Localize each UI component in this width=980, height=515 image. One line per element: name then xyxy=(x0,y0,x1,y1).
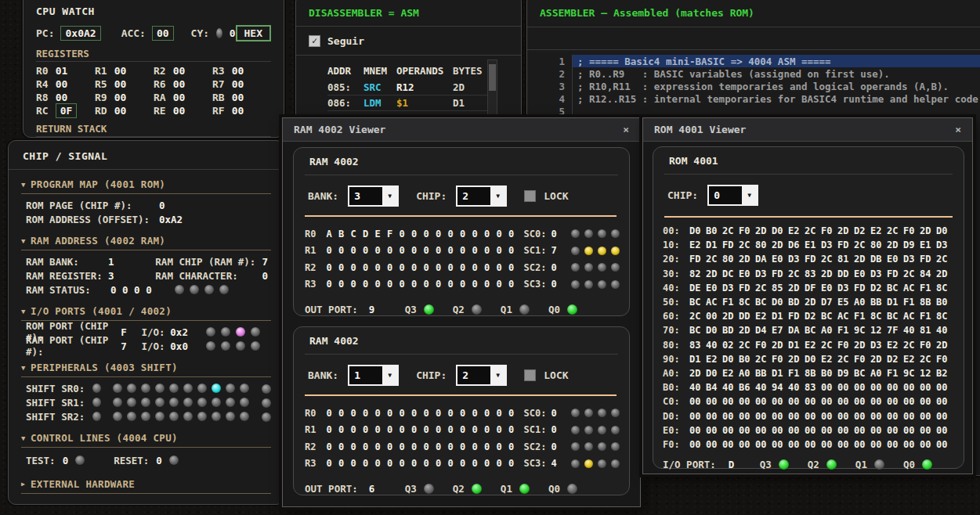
hex-row-80: 80: 8340022CF02DD1E22CF02DD3E22CF02D xyxy=(663,338,956,352)
led-off xyxy=(584,229,593,238)
bank-label: BANK: xyxy=(308,369,338,381)
code-line-4[interactable]: 4 ; R12..R15 : internal temporaries for … xyxy=(527,92,980,105)
rom-viewer-titlebar[interactable]: ROM 4001 Viewer × xyxy=(643,118,972,142)
cpu-watch-panel: CPU WATCH PC: 0x0A2 ACC: 00 CY: 0 HEX RE… xyxy=(23,0,284,138)
close-icon[interactable]: × xyxy=(623,124,629,135)
led-green xyxy=(519,484,530,494)
ram-chip-value: 7 xyxy=(262,256,268,268)
hex-row-D0: D0: 00000000000000000000000000000000 xyxy=(663,409,956,423)
bank-select[interactable]: 1 ▼ xyxy=(348,365,399,386)
code-line-1[interactable]: 1 ; ===== Basic4 mini-BASIC => 4004 ASM … xyxy=(527,55,980,67)
line-number: 2 xyxy=(527,67,573,80)
follow-label: Seguir xyxy=(327,35,364,47)
status-char-value: 0 xyxy=(551,408,571,419)
disassembly-row[interactable]: 086: LDM $1 D1 xyxy=(327,95,488,111)
hex-button[interactable]: HEX xyxy=(236,25,271,41)
register-rc: RC 0F xyxy=(36,104,95,117)
rom-hex-dump: 00: D0B02CF02DD0E22CF02DD2E22CF02DD0 10:… xyxy=(663,224,956,452)
ram-address-section-header[interactable]: ▼ RAM ADDRESS (4002 RAM) xyxy=(21,235,271,247)
io-led-q1: Q1 xyxy=(855,459,884,470)
register-rd: RD 00 xyxy=(95,104,154,117)
chip-label: CHIP: xyxy=(416,190,447,202)
status-char-label: SC3: xyxy=(523,458,551,469)
led-off xyxy=(183,398,193,407)
line-number: 1 xyxy=(527,55,573,67)
register-rb: RB 00 xyxy=(212,91,271,104)
lock-label: LOCK xyxy=(544,369,568,381)
registers-header: REGISTERS xyxy=(36,48,271,59)
code-line-2[interactable]: 2 ; R0..R9 : BASIC variables (assigned o… xyxy=(527,67,980,80)
out-led-q0: Q0 xyxy=(548,483,577,495)
led-green xyxy=(472,484,482,494)
rom-viewer-window: ROM 4001 Viewer × ROM 4001 CHIP: 0 ▼ 00:… xyxy=(642,117,973,474)
rom-address-value: 0xA2 xyxy=(159,214,183,225)
test-value: 0 xyxy=(63,455,69,466)
peripherals-section-header[interactable]: ▼ PERIPHERALS (4003 SHIFT) xyxy=(21,362,271,373)
status-char-label: SC2: xyxy=(523,441,551,452)
collapsed-triangle-icon: ▶ xyxy=(21,481,31,488)
rom-chip-select[interactable]: 0 ▼ xyxy=(707,185,758,206)
led-off xyxy=(190,285,199,294)
led-off xyxy=(584,426,593,434)
status-char-leds xyxy=(571,229,620,238)
led-off xyxy=(598,263,606,272)
pc-label: PC: xyxy=(36,27,54,39)
led-off xyxy=(519,304,530,315)
led-off xyxy=(611,426,620,434)
register-r1: R1 00 xyxy=(95,64,154,77)
led-off xyxy=(141,384,150,393)
led-off xyxy=(571,263,580,272)
hex-row-00: 00: D0B02CF02DD0E22CF02DD2E22CF02DD0 xyxy=(663,224,956,238)
chevron-down-icon: ▼ xyxy=(489,366,505,384)
test-label: TEST: xyxy=(26,455,56,466)
disassembly-row[interactable]: 085: SRC R12 2D xyxy=(327,80,488,95)
led-off xyxy=(598,409,606,417)
control-lines-section-header[interactable]: ▼ CONTROL LINES (4004 CPU) xyxy=(21,432,271,444)
ram-viewer-titlebar[interactable]: RAM 4002 Viewer × xyxy=(283,118,640,142)
ram-status-value: 0 0 0 0 xyxy=(110,284,152,296)
code-line-3[interactable]: 3 ; R10,R11 : expression temporaries and… xyxy=(527,80,980,92)
led-off xyxy=(92,398,101,407)
io-ports-section-header[interactable]: ▼ I/O PORTS (4001 / 4002) xyxy=(21,305,271,317)
scrollbar-thumb[interactable] xyxy=(489,64,496,91)
led-off xyxy=(169,412,179,421)
line-number: 4 xyxy=(527,92,573,105)
assembler-code-editor[interactable]: 1 ; ===== Basic4 mini-BASIC => 4004 ASM … xyxy=(527,50,980,117)
assembler-toolbar-strip xyxy=(527,27,980,49)
ram-register-row-r0: R0 0000000000000000 SC0: 0 xyxy=(305,405,620,422)
register-r2: R2 00 xyxy=(154,64,212,77)
rom-page-value: 0 xyxy=(159,200,165,211)
code-line-5[interactable]: 5 xyxy=(527,105,980,117)
led-off xyxy=(262,398,271,408)
cy-value: 0 xyxy=(230,27,236,39)
register-ra: RA 00 xyxy=(154,91,212,104)
led-off xyxy=(571,229,580,238)
external-hardware-section-header[interactable]: ▶ EXTERNAL HARDWARE xyxy=(21,478,271,490)
led-green xyxy=(922,459,932,470)
led-off xyxy=(611,442,620,451)
acc-label: ACC: xyxy=(121,27,146,39)
chip-select[interactable]: 2 ▼ xyxy=(456,365,507,386)
reset-label: RESET: xyxy=(114,455,149,466)
bank-select[interactable]: 3 ▼ xyxy=(348,185,399,207)
out-led-q3: Q3 xyxy=(405,304,434,315)
lock-checkbox[interactable] xyxy=(524,190,536,202)
chip-signal-title: CHIP / SIGNAL xyxy=(23,150,284,162)
status-char-value: 4 xyxy=(551,458,571,469)
led-off xyxy=(127,412,136,421)
rom-page-label: ROM PAGE (CHIP #): xyxy=(26,200,159,211)
led-green xyxy=(424,304,434,315)
program-map-section-header[interactable]: ▼ PROGRAM MAP (4001 ROM) xyxy=(21,178,271,190)
hex-row-B0: B0: 40B440B6409440830000000000000000 xyxy=(663,380,956,394)
led-off xyxy=(598,442,606,451)
close-icon[interactable]: × xyxy=(955,124,961,135)
chip-select[interactable]: 2 ▼ xyxy=(456,185,507,207)
follow-checkbox[interactable]: ✓ xyxy=(309,35,320,47)
ram-panel-top: RAM 4002 BANK: 3 ▼ CHIP: 2 ▼ LOCK R0 ABC… xyxy=(293,147,630,316)
led-off xyxy=(611,459,620,468)
led-off xyxy=(92,384,101,393)
io-port-value: D xyxy=(729,459,749,470)
lock-checkbox[interactable] xyxy=(524,369,536,381)
ram-status-leds xyxy=(175,285,229,294)
led-off xyxy=(183,412,193,421)
